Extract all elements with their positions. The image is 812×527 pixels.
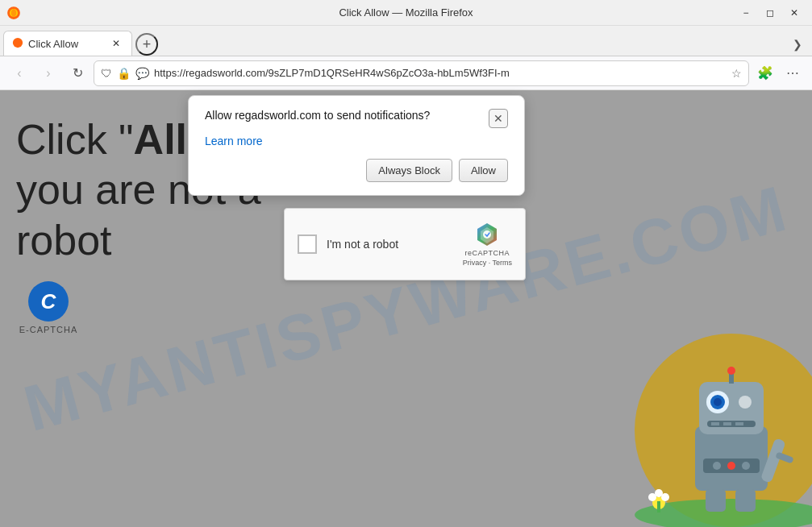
recaptcha-links: Privacy · Terms bbox=[463, 259, 512, 267]
tab-right-area: ❯ bbox=[786, 33, 809, 56]
svg-point-27 bbox=[742, 462, 750, 470]
restore-button[interactable]: ◻ bbox=[759, 2, 781, 24]
new-tab-button[interactable]: + bbox=[135, 33, 158, 56]
extensions-button[interactable]: 🧩 bbox=[752, 60, 778, 86]
learn-more-link[interactable]: Learn more bbox=[205, 135, 508, 147]
recaptcha-label: I'm not a robot bbox=[327, 238, 398, 251]
reload-button[interactable]: ↻ bbox=[65, 60, 90, 86]
svg-rect-21 bbox=[735, 422, 743, 425]
svg-point-14 bbox=[714, 398, 722, 406]
svg-point-8 bbox=[648, 493, 656, 501]
recaptcha-left: I'm not a robot bbox=[298, 234, 398, 254]
firefox-icon bbox=[6, 6, 21, 20]
shield-icon: 🛡 bbox=[101, 67, 112, 80]
navbar-right: 🧩 ⋯ bbox=[752, 60, 806, 86]
svg-rect-19 bbox=[711, 422, 719, 425]
more-menu-button[interactable]: ⋯ bbox=[780, 60, 806, 86]
popup-close-button[interactable]: ✕ bbox=[489, 109, 508, 128]
close-button[interactable]: ✕ bbox=[783, 2, 806, 24]
heading-part1: Click " bbox=[16, 116, 134, 163]
tab-favicon bbox=[12, 37, 23, 51]
recaptcha-checkbox[interactable] bbox=[298, 234, 317, 254]
bookmark-star-icon[interactable]: ☆ bbox=[731, 67, 742, 80]
robot-illustration bbox=[570, 301, 812, 527]
list-all-tabs-button[interactable]: ❯ bbox=[786, 33, 809, 56]
titlebar-left bbox=[6, 6, 21, 20]
popup-buttons: Always Block Allow bbox=[205, 159, 508, 182]
svg-rect-29 bbox=[735, 489, 756, 512]
svg-point-7 bbox=[661, 493, 669, 501]
titlebar-controls: − ◻ ✕ bbox=[735, 2, 806, 24]
active-tab[interactable]: Click Allow ✕ bbox=[3, 31, 132, 56]
heading-part4: robot bbox=[16, 217, 112, 264]
svg-rect-9 bbox=[657, 501, 660, 512]
recaptcha-brand-label: reCAPTCHA bbox=[465, 249, 510, 257]
ecaptcha-area: C E-CAPTCHA bbox=[16, 281, 81, 334]
titlebar: Click Allow — Mozilla Firefox − ◻ ✕ bbox=[0, 0, 812, 26]
tabbar: Click Allow ✕ + ❯ bbox=[0, 26, 812, 56]
forward-button[interactable]: › bbox=[35, 60, 61, 86]
tab-label: Click Allow bbox=[28, 38, 78, 50]
svg-point-26 bbox=[727, 462, 735, 470]
ecaptcha-logo-icon: C bbox=[28, 281, 69, 322]
always-block-button[interactable]: Always Block bbox=[366, 159, 452, 182]
svg-point-25 bbox=[713, 462, 721, 470]
ecaptcha-label: E-CAPTCHA bbox=[19, 325, 78, 334]
svg-point-30 bbox=[483, 230, 491, 239]
recaptcha-terms-link[interactable]: Terms bbox=[493, 259, 513, 267]
lock-icon: 🔒 bbox=[117, 67, 131, 80]
notification-popup: Allow regadsworld.com to send notificati… bbox=[188, 95, 525, 196]
svg-point-2 bbox=[13, 37, 23, 47]
recaptcha-logo-icon bbox=[474, 222, 500, 247]
svg-rect-28 bbox=[706, 489, 726, 512]
recaptcha-privacy-link[interactable]: Privacy bbox=[463, 259, 487, 267]
svg-rect-20 bbox=[723, 422, 731, 425]
minimize-button[interactable]: − bbox=[735, 2, 757, 24]
tab-close-button[interactable]: ✕ bbox=[109, 36, 123, 51]
navbar: ‹ › ↻ 🛡 🔒 💬 https://regadsworld.com/9sZL… bbox=[0, 56, 812, 90]
svg-point-15 bbox=[739, 396, 752, 409]
window-title: Click Allow — Mozilla Firefox bbox=[339, 6, 473, 19]
svg-point-17 bbox=[727, 367, 735, 375]
recaptcha-widget: I'm not a robot reCAPTCHA Privacy · Term… bbox=[284, 208, 526, 280]
popup-title: Allow regadsworld.com to send notificati… bbox=[205, 109, 489, 122]
recaptcha-right: reCAPTCHA Privacy · Terms bbox=[463, 222, 512, 267]
allow-button[interactable]: Allow bbox=[459, 159, 508, 182]
back-button[interactable]: ‹ bbox=[6, 60, 32, 86]
bubble-icon: 💬 bbox=[135, 67, 149, 80]
popup-header: Allow regadsworld.com to send notificati… bbox=[205, 109, 508, 128]
address-bar[interactable]: 🛡 🔒 💬 https://regadsworld.com/9sZLP7mD1Q… bbox=[94, 60, 749, 86]
url-text: https://regadsworld.com/9sZLP7mD1QRSeHR4… bbox=[154, 67, 727, 79]
